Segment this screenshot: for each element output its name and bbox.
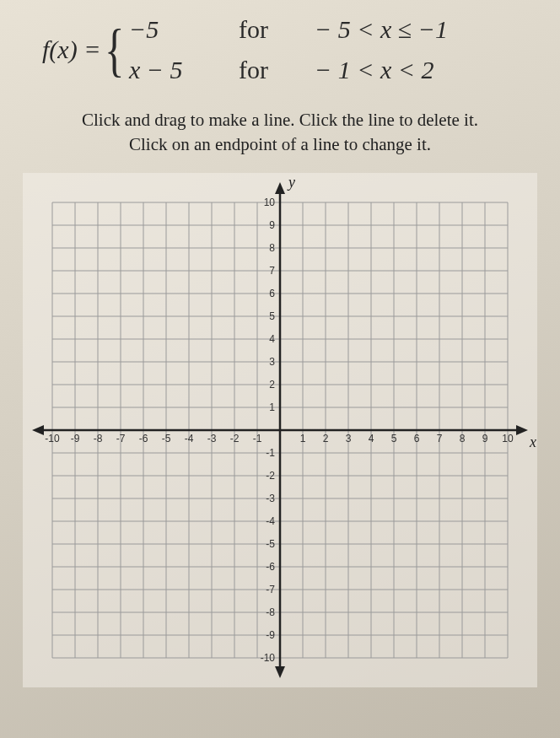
svg-text:-8: -8 xyxy=(266,606,275,618)
instructions-line: Click and drag to make a line. Click the… xyxy=(34,108,526,132)
svg-text:-7: -7 xyxy=(266,584,275,595)
piece-expr: x − 5 xyxy=(129,56,205,84)
piece-domain: − 5 < x ≤ −1 xyxy=(315,15,483,44)
svg-text:x: x xyxy=(529,434,536,450)
svg-text:-10: -10 xyxy=(45,433,60,444)
left-brace: { xyxy=(105,24,125,77)
piecewise-equation: f(x) = { −5 for − 5 < x ≤ −1 x − 5 for −… xyxy=(17,8,543,100)
svg-text:1: 1 xyxy=(300,433,306,444)
svg-marker-44 xyxy=(516,425,528,435)
graph-container: -10-9-8-7-6-5-4-3-2-112345678910-10-9-8-… xyxy=(17,173,543,687)
instructions-line: Click on an endpoint of a line to change… xyxy=(34,132,526,157)
svg-text:-5: -5 xyxy=(266,538,275,550)
svg-text:10: 10 xyxy=(264,197,276,208)
svg-text:9: 9 xyxy=(482,433,488,444)
svg-text:-1: -1 xyxy=(266,447,275,459)
piece-for: for xyxy=(239,56,281,84)
svg-text:2: 2 xyxy=(269,379,275,391)
svg-text:4: 4 xyxy=(269,333,275,345)
svg-text:8: 8 xyxy=(269,242,275,254)
svg-text:8: 8 xyxy=(460,433,466,444)
svg-text:-6: -6 xyxy=(266,561,275,573)
svg-text:10: 10 xyxy=(502,433,514,444)
svg-text:-7: -7 xyxy=(116,433,126,444)
svg-text:y: y xyxy=(287,174,295,191)
instructions: Click and drag to make a line. Click the… xyxy=(17,100,543,173)
svg-text:6: 6 xyxy=(414,433,420,444)
svg-text:-9: -9 xyxy=(71,433,80,444)
svg-text:6: 6 xyxy=(269,288,275,299)
svg-text:5: 5 xyxy=(269,310,275,322)
svg-text:-2: -2 xyxy=(230,433,240,444)
svg-text:1: 1 xyxy=(269,401,275,413)
svg-text:4: 4 xyxy=(369,433,374,444)
svg-marker-46 xyxy=(275,182,285,194)
svg-marker-45 xyxy=(32,425,44,435)
piece-for: for xyxy=(239,15,281,44)
svg-text:2: 2 xyxy=(323,433,329,444)
piece-row: x − 5 for − 1 < x < 2 xyxy=(129,56,483,84)
svg-text:-4: -4 xyxy=(266,515,275,527)
svg-text:-8: -8 xyxy=(94,433,103,444)
svg-text:9: 9 xyxy=(269,219,275,231)
svg-text:-5: -5 xyxy=(162,433,171,444)
svg-text:-9: -9 xyxy=(266,629,275,641)
svg-text:-3: -3 xyxy=(207,433,217,444)
piece-expr: −5 xyxy=(129,15,205,44)
svg-text:-1: -1 xyxy=(253,433,262,444)
svg-text:-3: -3 xyxy=(266,493,275,504)
svg-text:5: 5 xyxy=(391,433,397,444)
piece-row: −5 for − 5 < x ≤ −1 xyxy=(129,15,483,44)
svg-text:-2: -2 xyxy=(266,470,275,482)
coordinate-grid[interactable]: -10-9-8-7-6-5-4-3-2-112345678910-10-9-8-… xyxy=(23,173,537,687)
piece-domain: − 1 < x < 2 xyxy=(315,56,483,84)
equation-lhs: f(x) = xyxy=(42,35,100,64)
svg-text:-6: -6 xyxy=(139,433,148,444)
svg-text:7: 7 xyxy=(437,433,443,444)
svg-text:-10: -10 xyxy=(261,652,276,664)
equation-pieces: −5 for − 5 < x ≤ −1 x − 5 for − 1 < x < … xyxy=(129,15,483,84)
svg-text:-4: -4 xyxy=(185,433,194,444)
svg-text:3: 3 xyxy=(269,356,275,368)
svg-text:7: 7 xyxy=(269,265,275,277)
svg-marker-47 xyxy=(275,666,285,678)
svg-text:3: 3 xyxy=(346,433,352,444)
